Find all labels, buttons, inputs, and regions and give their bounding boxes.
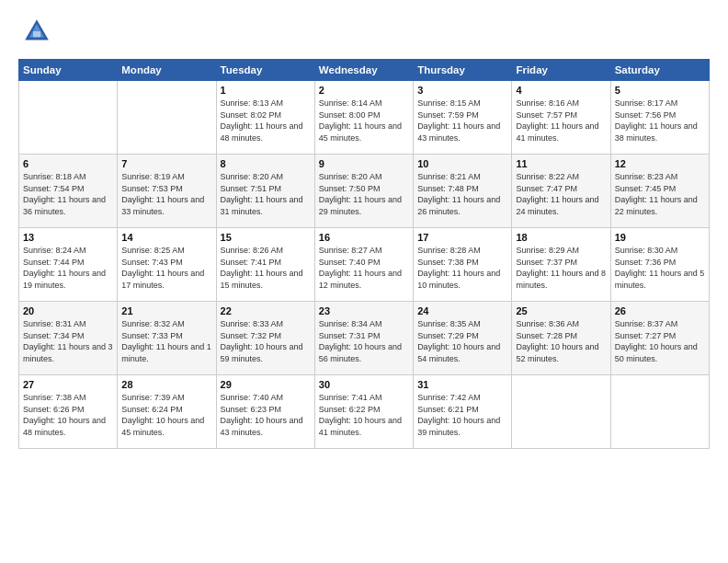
- day-number: 3: [417, 85, 507, 96]
- calendar-week-3: 20Sunrise: 8:31 AM Sunset: 7:34 PM Dayli…: [19, 302, 710, 375]
- day-number: 22: [221, 305, 311, 316]
- calendar-header-row: SundayMondayTuesdayWednesdayThursdayFrid…: [19, 60, 710, 81]
- calendar-cell: 9Sunrise: 8:20 AM Sunset: 7:50 PM Daylig…: [314, 155, 413, 228]
- calendar-cell: 5Sunrise: 8:17 AM Sunset: 7:56 PM Daylig…: [610, 81, 709, 155]
- day-number: 5: [615, 85, 705, 96]
- calendar-week-4: 27Sunrise: 7:38 AM Sunset: 6:26 PM Dayli…: [19, 375, 710, 449]
- logo-icon: [22, 17, 51, 46]
- day-info: Sunrise: 8:28 AM Sunset: 7:38 PM Dayligh…: [417, 245, 507, 291]
- day-info: Sunrise: 8:24 AM Sunset: 7:44 PM Dayligh…: [23, 245, 113, 291]
- calendar-week-0: 1Sunrise: 8:13 AM Sunset: 8:02 PM Daylig…: [19, 81, 710, 155]
- day-header-monday: Monday: [118, 60, 216, 81]
- calendar-cell: 14Sunrise: 8:25 AM Sunset: 7:43 PM Dayli…: [118, 228, 216, 302]
- day-info: Sunrise: 8:34 AM Sunset: 7:31 PM Dayligh…: [319, 318, 409, 364]
- calendar-week-2: 13Sunrise: 8:24 AM Sunset: 7:44 PM Dayli…: [19, 228, 710, 302]
- calendar-cell: 16Sunrise: 8:27 AM Sunset: 7:40 PM Dayli…: [314, 228, 413, 302]
- day-number: 11: [516, 158, 606, 169]
- day-info: Sunrise: 7:40 AM Sunset: 6:23 PM Dayligh…: [221, 392, 311, 438]
- calendar-cell: 18Sunrise: 8:29 AM Sunset: 7:37 PM Dayli…: [512, 228, 610, 302]
- calendar-cell: 13Sunrise: 8:24 AM Sunset: 7:44 PM Dayli…: [19, 228, 118, 302]
- day-number: 25: [516, 305, 606, 316]
- day-number: 17: [417, 232, 507, 243]
- calendar-cell: 21Sunrise: 8:32 AM Sunset: 7:33 PM Dayli…: [118, 302, 216, 375]
- day-number: 27: [23, 379, 113, 390]
- calendar-cell: 12Sunrise: 8:23 AM Sunset: 7:45 PM Dayli…: [610, 155, 709, 228]
- day-info: Sunrise: 8:31 AM Sunset: 7:34 PM Dayligh…: [23, 318, 113, 364]
- calendar-cell: 23Sunrise: 8:34 AM Sunset: 7:31 PM Dayli…: [314, 302, 413, 375]
- calendar-cell: 17Sunrise: 8:28 AM Sunset: 7:38 PM Dayli…: [414, 228, 512, 302]
- calendar-cell: 26Sunrise: 8:37 AM Sunset: 7:27 PM Dayli…: [610, 302, 709, 375]
- day-number: 1: [221, 85, 311, 96]
- day-number: 26: [615, 305, 705, 316]
- day-number: 28: [121, 379, 211, 390]
- calendar-cell: [512, 375, 610, 449]
- calendar-cell: 24Sunrise: 8:35 AM Sunset: 7:29 PM Dayli…: [414, 302, 512, 375]
- day-info: Sunrise: 7:42 AM Sunset: 6:21 PM Dayligh…: [417, 392, 507, 438]
- day-info: Sunrise: 8:22 AM Sunset: 7:47 PM Dayligh…: [516, 171, 606, 217]
- day-info: Sunrise: 8:35 AM Sunset: 7:29 PM Dayligh…: [417, 318, 507, 364]
- calendar-week-1: 6Sunrise: 8:18 AM Sunset: 7:54 PM Daylig…: [19, 155, 710, 228]
- calendar-cell: 2Sunrise: 8:14 AM Sunset: 8:00 PM Daylig…: [314, 81, 413, 155]
- calendar-cell: 19Sunrise: 8:30 AM Sunset: 7:36 PM Dayli…: [610, 228, 709, 302]
- calendar-cell: 4Sunrise: 8:16 AM Sunset: 7:57 PM Daylig…: [512, 81, 610, 155]
- calendar-cell: 20Sunrise: 8:31 AM Sunset: 7:34 PM Dayli…: [19, 302, 118, 375]
- calendar-cell: 15Sunrise: 8:26 AM Sunset: 7:41 PM Dayli…: [216, 228, 314, 302]
- calendar-cell: 6Sunrise: 8:18 AM Sunset: 7:54 PM Daylig…: [19, 155, 118, 228]
- day-info: Sunrise: 8:33 AM Sunset: 7:32 PM Dayligh…: [221, 318, 311, 364]
- calendar-cell: 10Sunrise: 8:21 AM Sunset: 7:48 PM Dayli…: [414, 155, 512, 228]
- day-number: 23: [319, 305, 409, 316]
- day-number: 13: [23, 232, 113, 243]
- day-number: 18: [516, 232, 606, 243]
- day-number: 9: [319, 158, 409, 169]
- day-header-tuesday: Tuesday: [216, 60, 314, 81]
- day-info: Sunrise: 8:20 AM Sunset: 7:51 PM Dayligh…: [221, 171, 311, 217]
- day-info: Sunrise: 8:25 AM Sunset: 7:43 PM Dayligh…: [121, 245, 211, 291]
- calendar-cell: 28Sunrise: 7:39 AM Sunset: 6:24 PM Dayli…: [118, 375, 216, 449]
- day-info: Sunrise: 8:17 AM Sunset: 7:56 PM Dayligh…: [615, 98, 705, 144]
- day-number: 15: [221, 232, 311, 243]
- day-info: Sunrise: 8:37 AM Sunset: 7:27 PM Dayligh…: [615, 318, 705, 364]
- day-info: Sunrise: 8:26 AM Sunset: 7:41 PM Dayligh…: [221, 245, 311, 291]
- day-info: Sunrise: 7:39 AM Sunset: 6:24 PM Dayligh…: [121, 392, 211, 438]
- day-info: Sunrise: 8:27 AM Sunset: 7:40 PM Dayligh…: [319, 245, 409, 291]
- day-number: 14: [121, 232, 211, 243]
- day-info: Sunrise: 8:13 AM Sunset: 8:02 PM Dayligh…: [221, 98, 311, 144]
- day-number: 16: [319, 232, 409, 243]
- day-header-friday: Friday: [512, 60, 610, 81]
- calendar-cell: 25Sunrise: 8:36 AM Sunset: 7:28 PM Dayli…: [512, 302, 610, 375]
- day-info: Sunrise: 8:30 AM Sunset: 7:36 PM Dayligh…: [615, 245, 705, 291]
- calendar-cell: 3Sunrise: 8:15 AM Sunset: 7:59 PM Daylig…: [414, 81, 512, 155]
- day-info: Sunrise: 8:21 AM Sunset: 7:48 PM Dayligh…: [417, 171, 507, 217]
- calendar-cell: [118, 81, 216, 155]
- day-info: Sunrise: 8:16 AM Sunset: 7:57 PM Dayligh…: [516, 98, 606, 144]
- calendar-cell: 8Sunrise: 8:20 AM Sunset: 7:51 PM Daylig…: [216, 155, 314, 228]
- day-info: Sunrise: 7:41 AM Sunset: 6:22 PM Dayligh…: [319, 392, 409, 438]
- day-number: 30: [319, 379, 409, 390]
- day-info: Sunrise: 8:18 AM Sunset: 7:54 PM Dayligh…: [23, 171, 113, 217]
- page: SundayMondayTuesdayWednesdayThursdayFrid…: [0, 0, 728, 563]
- calendar-cell: [610, 375, 709, 449]
- day-info: Sunrise: 8:23 AM Sunset: 7:45 PM Dayligh…: [615, 171, 705, 217]
- day-info: Sunrise: 8:15 AM Sunset: 7:59 PM Dayligh…: [417, 98, 507, 144]
- svg-rect-2: [33, 31, 40, 37]
- day-info: Sunrise: 8:36 AM Sunset: 7:28 PM Dayligh…: [516, 318, 606, 364]
- day-number: 2: [319, 85, 409, 96]
- day-number: 19: [615, 232, 705, 243]
- day-number: 6: [23, 158, 113, 169]
- day-number: 24: [417, 305, 507, 316]
- day-number: 4: [516, 85, 606, 96]
- calendar-cell: 29Sunrise: 7:40 AM Sunset: 6:23 PM Dayli…: [216, 375, 314, 449]
- day-header-wednesday: Wednesday: [314, 60, 413, 81]
- calendar-cell: 22Sunrise: 8:33 AM Sunset: 7:32 PM Dayli…: [216, 302, 314, 375]
- calendar-cell: 7Sunrise: 8:19 AM Sunset: 7:53 PM Daylig…: [118, 155, 216, 228]
- day-number: 10: [417, 158, 507, 169]
- day-number: 29: [221, 379, 311, 390]
- day-header-thursday: Thursday: [414, 60, 512, 81]
- day-header-sunday: Sunday: [19, 60, 118, 81]
- header: [18, 17, 710, 50]
- calendar-cell: [19, 81, 118, 155]
- day-info: Sunrise: 7:38 AM Sunset: 6:26 PM Dayligh…: [23, 392, 113, 438]
- calendar-cell: 30Sunrise: 7:41 AM Sunset: 6:22 PM Dayli…: [314, 375, 413, 449]
- day-number: 31: [417, 379, 507, 390]
- day-info: Sunrise: 8:29 AM Sunset: 7:37 PM Dayligh…: [516, 245, 606, 291]
